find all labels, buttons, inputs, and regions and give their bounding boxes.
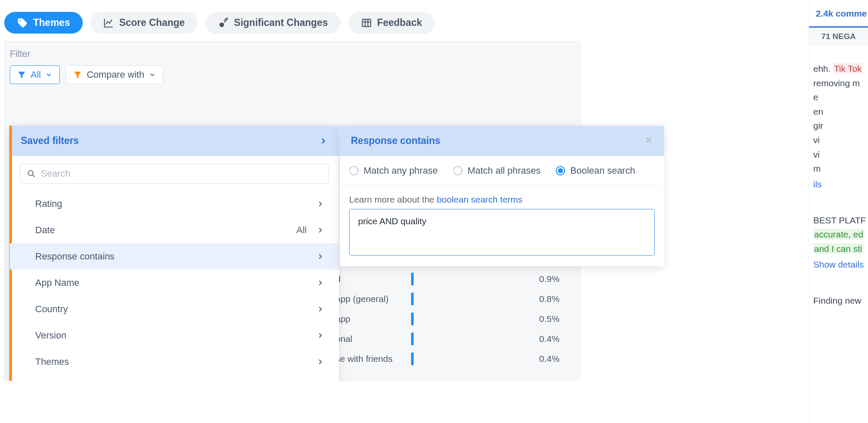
boolean-terms-link[interactable]: boolean search terms [437,195,523,204]
filter-item-right: All [297,225,325,236]
comments-tab[interactable]: 2.4k comme [809,0,868,28]
chart-row-label: se with friends [336,354,403,364]
filter-item-label: Response contains [35,251,115,262]
saved-filters-header[interactable]: Saved filters [10,126,339,156]
filter-item-rating[interactable]: Rating [10,191,339,217]
chip-label: Compare with [87,69,144,80]
filter-item-themes[interactable]: Themes [10,349,339,375]
chevron-down-icon [148,71,156,79]
filter-item-response-contains[interactable]: Response contains [10,243,339,270]
chart-row-pct: 0.8% [539,294,577,304]
filter-item-app-name[interactable]: App Name [10,270,339,296]
text-fragment: m [813,161,868,176]
svg-point-5 [28,171,34,176]
radio-circle [349,166,358,175]
filter-item-date[interactable]: DateAll [10,217,339,243]
comment-text: ehh. Tik Tok [813,62,868,76]
radio-circle [453,166,462,175]
search-box[interactable] [20,164,329,184]
highlight-positive: and I can sti [813,243,863,254]
response-contains-body: Learn more about the boolean search term… [340,186,664,266]
chart-row-pct: 0.5% [539,314,577,324]
chart-row: d0.9% [336,269,414,289]
show-details-link[interactable]: Show details [813,256,868,270]
filter-all-chip[interactable]: All [10,65,60,84]
chart-bar [411,293,414,305]
saved-filters-dropdown: Saved filters RatingDateAllResponse cont… [10,126,339,381]
learn-more-text: Learn more about the boolean search term… [349,195,655,205]
comet-icon [218,17,229,28]
funnel-icon [73,70,82,79]
radio-match-all[interactable]: Match all phrases [453,165,540,176]
response-contains-title: Response contains [351,135,440,147]
text-fragment: en [813,104,868,119]
tab-score-change[interactable]: Score Change [90,12,198,34]
radio-label: Match any phrase [364,165,438,176]
table-icon [361,17,372,28]
close-button[interactable] [644,135,653,147]
text-fragment: ehh. [813,64,833,73]
saved-filters-title: Saved filters [21,135,79,147]
filter-item-label: Themes [35,356,69,367]
tab-label: Themes [33,17,70,28]
compare-with-chip[interactable]: Compare with [66,65,163,84]
chevron-right-icon [316,252,325,261]
filter-item-country[interactable]: Country [10,296,339,322]
filter-item-right [316,252,325,261]
highlight-negative: removing m [813,76,860,90]
search-icon [27,169,36,178]
filter-panel: Filter All Compare with d0.9%app (genera… [4,41,580,381]
learn-prefix: Learn more about the [349,195,437,204]
chevron-right-icon [316,358,325,366]
text-fragment: gir [813,118,868,133]
search-input[interactable] [41,168,322,179]
filter-item-right [316,305,325,313]
tab-label: Significant Changes [234,17,328,28]
tab-significant-changes[interactable]: Significant Changes [205,12,341,34]
line-chart-icon [103,17,114,28]
right-rail: 2.4k comme 71 NEGA ehh. Tik Tok removing… [809,0,868,381]
comment-card: Finding new [809,290,868,311]
text-fragment: vi [813,147,868,162]
svg-point-0 [219,22,224,27]
chart-row: se with friends0.4% [336,349,414,369]
show-details-link[interactable]: ils [813,176,868,189]
filter-item-right [316,358,325,366]
filter-chips: All Compare with [10,65,575,84]
chart-row-label: app [336,314,403,324]
tab-label: Feedback [377,17,422,28]
svg-rect-1 [362,19,371,26]
chart-row-label: app (general) [336,294,403,304]
radio-match-any[interactable]: Match any phrase [349,165,438,176]
chart-row-pct: 0.4% [539,354,577,364]
saved-filters-search-wrap [10,156,339,188]
chart-row-pct: 0.4% [539,334,577,344]
comment-card: BEST PLATF accurate, ed and I can sti Sh… [809,210,868,273]
filter-item-value: All [297,225,307,236]
tab-themes[interactable]: Themes [4,12,83,34]
svg-line-6 [33,175,35,177]
chevron-down-icon [45,71,53,79]
radio-boolean-search[interactable]: Boolean search [556,165,635,176]
text-fragment: vi [813,133,868,147]
filter-item-right [316,279,325,287]
saved-filters-list: RatingDateAllResponse containsApp NameCo… [10,188,339,381]
chart-bar [411,273,414,285]
tab-label: Score Change [119,17,185,28]
radio-circle [556,166,565,175]
tab-feedback[interactable]: Feedback [348,12,435,34]
chevron-right-icon [316,200,325,208]
chart-row-label: onal [336,334,403,344]
highlight-positive: accurate, ed [813,229,864,240]
boolean-query-input[interactable] [349,209,655,256]
filter-item-version[interactable]: Version [10,322,339,349]
comment-text: BEST PLATF [813,213,868,228]
highlight-negative: Tik Tok [833,63,862,74]
filter-item-label: Country [35,304,68,315]
filter-item-label: App Name [35,277,79,288]
filter-item-label: Date [35,225,55,236]
chart-row: onal0.4% [336,329,414,349]
filter-item-label: Rating [35,198,62,209]
chevron-right-icon [316,226,325,234]
radio-label: Match all phrases [468,165,540,176]
